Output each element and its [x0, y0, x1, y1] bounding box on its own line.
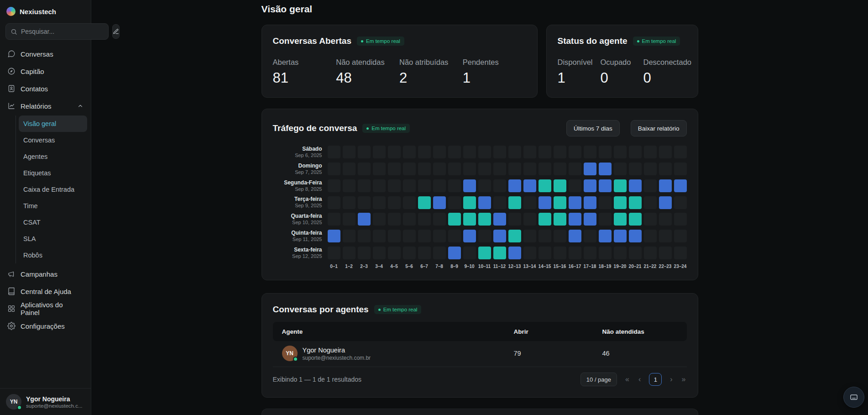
heatmap-cell [388, 163, 401, 175]
sidebar-item-contatos[interactable]: Contatos [4, 80, 87, 97]
heatmap-cell [629, 213, 642, 226]
book-icon [7, 287, 16, 295]
heatmap-cell [629, 196, 642, 209]
first-page-button[interactable]: « [624, 375, 630, 384]
pagination: 10 / page « ‹ 1 › » [580, 373, 687, 386]
heatmap-hour-label: 17–18 [584, 264, 596, 269]
agent-identity: Ygor Nogueira suporte@nexiustech.com.br [303, 346, 371, 361]
heatmap-row-label: Quarta-feiraSep 10, 2025 [273, 213, 322, 226]
contacts-icon [7, 84, 16, 93]
agent-table-row[interactable]: YN Ygor Nogueira suporte@nexiustech.com.… [273, 341, 687, 366]
sidebar-item-label: Configurações [21, 322, 65, 330]
download-report-button[interactable]: Baixar relatório [631, 120, 687, 137]
heatmap-row-label: Sexta-feiraSep 12, 2025 [273, 247, 322, 260]
prev-page-button[interactable]: ‹ [638, 375, 642, 384]
heatmap-cell [644, 163, 657, 175]
search-icon [10, 28, 17, 35]
heatmap-cell [523, 230, 536, 242]
heatmap-cell [523, 163, 536, 175]
heatmap-hour-label: 2–3 [358, 264, 371, 269]
heatmap-cell [448, 179, 461, 192]
page-size-select[interactable]: 10 / page [580, 373, 617, 386]
submenu-item-caixa-de-entrada[interactable]: Caixa de Entrada [19, 181, 87, 198]
submenu-item-visao-geral[interactable]: Visão geral [19, 116, 87, 132]
realtime-badge: Em tempo real [633, 37, 680, 46]
user-meta: Ygor Nogueira suporte@nexiustech.c... [26, 395, 83, 409]
heatmap-cell [463, 213, 476, 226]
heatmap-cell [343, 247, 356, 259]
heatmap-row-label: Quinta-feiraSep 11, 2025 [273, 230, 322, 243]
submenu-item-robos[interactable]: Robôs [19, 247, 87, 263]
heatmap-hour-label: 13–14 [523, 264, 536, 269]
heatmap-cell [508, 163, 521, 175]
heatmap-cell [448, 146, 461, 158]
heatmap-cell [373, 163, 386, 175]
submenu-item-etiquetas[interactable]: Etiquetas [19, 165, 87, 181]
heatmap-cell [358, 179, 371, 192]
heatmap-cell [418, 247, 431, 259]
heatmap-cell [358, 196, 371, 209]
heatmap-cell [674, 179, 687, 192]
heatmap-row-label: DomingoSep 7, 2025 [273, 163, 322, 176]
submenu-item-agentes[interactable]: Agentes [19, 148, 87, 165]
heatmap-row: Terça-feiraSep 9, 2025 [273, 196, 687, 209]
heatmap-cell [569, 213, 581, 226]
card-title: Status do agente [558, 36, 627, 46]
heatmap-cell [629, 230, 642, 242]
sidebar-item-configuracoes[interactable]: Configurações [4, 317, 87, 335]
heatmap-cell [539, 146, 551, 158]
heatmap-hour-label: 12–13 [508, 264, 521, 269]
heatmap-cell [358, 247, 371, 259]
heatmap-cell [523, 213, 536, 226]
last-page-button[interactable]: » [681, 375, 687, 384]
heatmap-cell [373, 146, 386, 158]
sidebar-item-relatorios[interactable]: Relatórios [4, 97, 87, 115]
heatmap-cell [403, 213, 416, 226]
agents-table-header: Agente Abrir Não atendidas [273, 322, 687, 341]
submenu-item-time[interactable]: Time [19, 198, 87, 214]
heatmap-cell [478, 213, 491, 226]
heatmap-cell [343, 146, 356, 158]
current-page-button[interactable]: 1 [649, 373, 662, 386]
heatmap-hour-label: 4–5 [388, 264, 401, 269]
sidebar-item-aplicativos-do-painel[interactable]: Aplicativos do Painel [4, 300, 87, 317]
heatmap-cell [433, 230, 446, 242]
chat-launcher-button[interactable] [843, 387, 864, 408]
realtime-badge: Em tempo real [357, 37, 404, 46]
heatmap-cell [629, 179, 642, 192]
sidebar-item-central-de-ajuda[interactable]: Central de Ajuda [4, 283, 87, 300]
heatmap-cell [478, 179, 491, 192]
heatmap-cell [433, 163, 446, 175]
heatmap-cell [674, 213, 687, 226]
heatmap-cell [448, 230, 461, 242]
heatmap-cell [343, 230, 356, 242]
chevron-up-icon [77, 103, 84, 109]
open-stats: Abertas 81 Não atendidas 48 Não atribuíd… [273, 58, 526, 86]
heatmap-cells [328, 247, 687, 259]
heatmap-cell [508, 213, 521, 226]
heatmap-cells [328, 146, 687, 158]
sidebar-item-capitao[interactable]: Capitão [4, 63, 87, 80]
realtime-dot-icon [378, 309, 381, 311]
heatmap-cell [358, 213, 371, 226]
sidebar-item-conversas[interactable]: Conversas [4, 45, 87, 63]
date-range-button[interactable]: Últimos 7 dias [566, 120, 620, 137]
submenu-item-csat[interactable]: CSAT [19, 214, 87, 231]
user-email: suporte@nexiustech.c... [26, 403, 83, 409]
submenu-item-conversas[interactable]: Conversas [19, 132, 87, 148]
sidebar-item-campanhas[interactable]: Campanhas [4, 265, 87, 283]
heatmap-cell [478, 230, 491, 242]
sidebar-item-label: Aplicativos do Painel [21, 301, 84, 316]
conversations-by-agents-card: Conversas por agentes Em tempo real Agen… [261, 293, 698, 398]
sidebar-item-label: Central de Ajuda [21, 288, 71, 295]
heatmap-cell [554, 179, 566, 192]
heatmap-cell [569, 230, 581, 242]
next-page-button[interactable]: › [669, 375, 673, 384]
heatmap-cell [463, 163, 476, 175]
submenu-item-sla[interactable]: SLA [19, 231, 87, 247]
heatmap-cell [584, 213, 596, 226]
heatmap-cell [328, 230, 340, 242]
user-menu[interactable]: YN Ygor Nogueira suporte@nexiustech.c... [0, 388, 91, 415]
heatmap-cell [328, 146, 340, 158]
next-card-sliver [261, 409, 698, 415]
